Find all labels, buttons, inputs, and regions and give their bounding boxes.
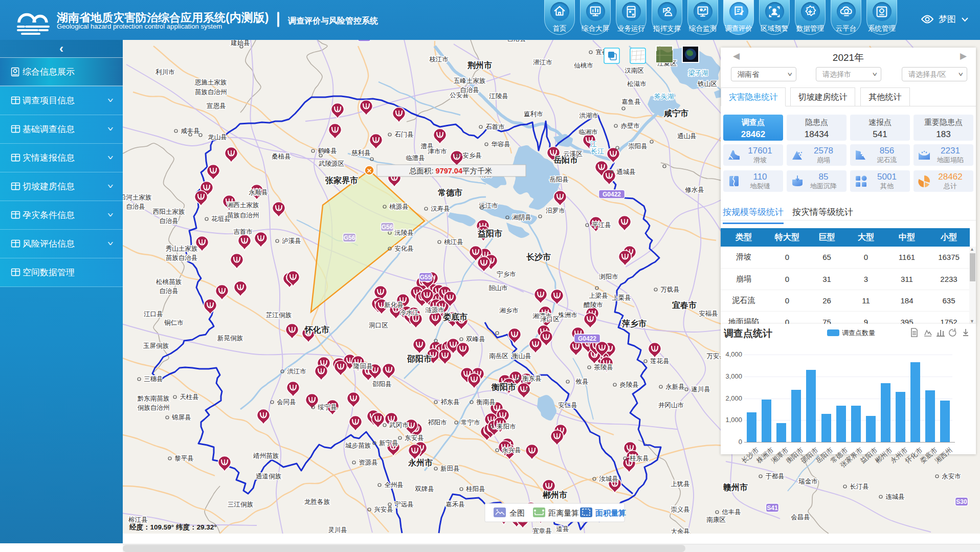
svg-text:衡东县: 衡东县	[522, 375, 542, 382]
svg-text:崇阳县: 崇阳县	[628, 143, 648, 150]
svg-text:萍乡市: 萍乡市	[621, 319, 647, 328]
svg-text:南岳区: 南岳区	[489, 352, 508, 360]
svg-text:连城县: 连城县	[885, 493, 905, 500]
svg-text:岳阳县: 岳阳县	[549, 176, 569, 183]
svg-text:沅陵县: 沅陵县	[394, 229, 414, 236]
svg-text:监利市: 监利市	[524, 111, 543, 118]
svg-text:会昌县: 会昌县	[791, 514, 810, 521]
svg-text:苗族自治州: 苗族自治州	[195, 89, 227, 96]
svg-text:炎陵县: 炎陵县	[619, 381, 639, 388]
svg-text:赣州市: 赣州市	[723, 482, 748, 492]
svg-text:安福县: 安福县	[699, 310, 718, 317]
svg-text:三穗县: 三穗县	[144, 376, 163, 383]
svg-text:汨罗市: 汨罗市	[545, 207, 565, 214]
svg-text:怀化市: 怀化市	[304, 325, 329, 334]
svg-text:通道侗族: 通道侗族	[256, 473, 282, 480]
svg-text:邵阳市: 邵阳市	[407, 354, 432, 363]
svg-text:吉首市: 吉首市	[233, 228, 253, 235]
svg-text:武陵源区: 武陵源区	[318, 160, 345, 167]
svg-text:慈利县: 慈利县	[351, 149, 371, 157]
svg-text:临湘市: 临湘市	[578, 128, 598, 136]
svg-text:石门县: 石门县	[394, 131, 414, 138]
svg-text:新宁县: 新宁县	[379, 439, 398, 447]
svg-text:株洲市: 株洲市	[558, 312, 577, 319]
svg-text:醴陵市: 醴陵市	[584, 301, 603, 308]
svg-text:渌口区: 渌口区	[540, 316, 560, 323]
svg-text:自治县: 自治县	[159, 217, 179, 225]
svg-text:平江县: 平江县	[592, 222, 611, 229]
svg-text:祁阳市: 祁阳市	[428, 419, 447, 426]
svg-text:距离量算: 距离量算	[548, 509, 579, 517]
svg-text:芷江侗族: 芷江侗族	[266, 312, 292, 319]
svg-text:崇义县: 崇义县	[671, 506, 690, 513]
svg-text:江口县: 江口县	[144, 311, 163, 318]
svg-text:新晃侗族: 新晃侗族	[217, 335, 243, 342]
svg-text:隆回县: 隆回县	[353, 363, 373, 370]
svg-text:浏阳市: 浏阳市	[598, 273, 618, 280]
svg-text:道县: 道县	[556, 525, 569, 533]
svg-text:自治县: 自治县	[460, 86, 479, 94]
svg-text:华容县: 华容县	[491, 141, 510, 148]
svg-text:涟源市: 涟源市	[425, 306, 444, 314]
svg-text:衡南县: 衡南县	[476, 399, 496, 406]
svg-text:永顺县: 永顺县	[249, 189, 268, 196]
svg-text:桑植县: 桑植县	[272, 153, 291, 160]
svg-text:湘阴县: 湘阴县	[512, 214, 531, 221]
svg-text:仙桃市: 仙桃市	[574, 62, 593, 69]
svg-text:桃源县: 桃源县	[389, 203, 409, 210]
svg-text:经度：109.59° 纬度：29.32°: 经度：109.59° 纬度：29.32°	[129, 523, 217, 531]
svg-text:云溪区: 云溪区	[563, 150, 583, 158]
svg-text:G56: G56	[344, 234, 355, 241]
svg-text:苗族自治县: 苗族自治县	[166, 254, 198, 261]
svg-text:鹤峰县: 鹤峰县	[318, 147, 337, 154]
svg-text:安化县: 安化县	[394, 245, 414, 252]
svg-text:赤壁市: 赤壁市	[620, 122, 640, 129]
svg-text:耒阳市: 耒阳市	[497, 423, 516, 430]
svg-text:郴州市: 郴州市	[542, 490, 567, 499]
svg-text:通山县: 通山县	[677, 133, 697, 140]
svg-text:上栗县: 上栗县	[612, 294, 631, 301]
svg-text:上犹县: 上犹县	[671, 480, 690, 488]
svg-text:玉屏侗族: 玉屏侗族	[143, 342, 169, 349]
svg-text:松滋市: 松滋市	[627, 80, 647, 87]
svg-text:✕: ✕	[367, 167, 372, 174]
svg-text:荆州市: 荆州市	[467, 60, 492, 70]
svg-text:桂东县: 桂东县	[629, 455, 649, 462]
svg-text:全图: 全图	[509, 509, 525, 517]
svg-text:攸县: 攸县	[575, 378, 589, 385]
svg-text:武冈市: 武冈市	[389, 422, 409, 429]
svg-text:修水县: 修水县	[685, 186, 704, 193]
svg-text:侗族自治州: 侗族自治州	[138, 404, 170, 411]
svg-text:常德市: 常德市	[438, 188, 462, 197]
svg-text:双牌县: 双牌县	[415, 485, 434, 493]
svg-text:于都县: 于都县	[765, 473, 785, 480]
svg-text:嘉鱼县: 嘉鱼县	[621, 98, 641, 105]
svg-text:永兴县: 永兴县	[502, 447, 521, 454]
svg-text:益阳市: 益阳市	[478, 229, 502, 238]
svg-text:永新县: 永新县	[665, 383, 685, 390]
svg-text:自治县: 自治县	[507, 40, 526, 42]
svg-text:S41: S41	[767, 504, 778, 512]
svg-text:长江: 长江	[591, 147, 604, 155]
svg-text:龙胜各族: 龙胜各族	[304, 498, 330, 505]
svg-text:枝江市: 枝江市	[429, 56, 449, 63]
svg-text:江: 江	[590, 140, 597, 148]
svg-text:宜章县: 宜章县	[532, 527, 552, 534]
svg-text:全州县: 全州县	[384, 481, 404, 489]
svg-text:瑞金市: 瑞金市	[798, 478, 818, 485]
svg-text:江陵县: 江陵县	[489, 93, 508, 100]
svg-text:祁东县: 祁东县	[440, 399, 460, 406]
svg-text:绥宁县: 绥宁县	[318, 404, 337, 411]
svg-text:津市市: 津市市	[428, 148, 447, 155]
svg-text:洪江市: 洪江市	[287, 368, 306, 375]
svg-text:G56: G56	[382, 224, 393, 231]
svg-text:新化县: 新化县	[384, 301, 404, 308]
svg-text:井冈山市: 井冈山市	[658, 402, 684, 409]
svg-text:桃江县: 桃江县	[444, 238, 463, 246]
svg-text:邵阳县: 邵阳县	[372, 381, 392, 388]
svg-text:通城县: 通城县	[616, 168, 636, 175]
svg-text:斧头湖: 斧头湖	[654, 93, 674, 100]
svg-text:新田县: 新田县	[440, 465, 460, 472]
svg-text:总面积: 9797.04平方千米: 总面积: 9797.04平方千米	[409, 167, 492, 175]
svg-text:永安市: 永安市	[942, 473, 961, 480]
